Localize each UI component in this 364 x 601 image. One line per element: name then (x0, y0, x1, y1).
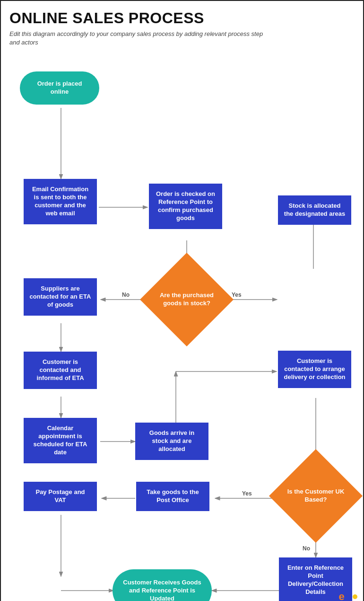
node-customer-delivery: Customer is contacted to arrange deliver… (278, 351, 351, 388)
node-goods-arrive: Goods arrive in stock and are allocated (135, 423, 208, 460)
footer: creately www.creately.com • Online Diagr… (272, 591, 357, 601)
node-order-checked: Order is checked on Reference Point to c… (149, 184, 222, 229)
node-diamond-uk: Is the Customer UK Based? (283, 463, 349, 529)
node-email-confirmation: Email Confirmation is sent to both the c… (24, 179, 97, 224)
node-suppliers-contacted: Suppliers are contacted for an ETA of go… (24, 278, 97, 316)
node-calendar-appointment: Calendar appointment is scheduled for ET… (24, 418, 97, 463)
page-title: ONLINE SALES PROCESS (9, 9, 355, 27)
page-subtitle: Edit this diagram accordingly to your co… (9, 30, 274, 47)
node-customer-informed: Customer is contacted and informed of ET… (24, 352, 97, 389)
no-label-1: No (122, 292, 130, 298)
logo-dot (353, 594, 357, 599)
node-stock-allocated: Stock is allocated the designated areas (278, 195, 351, 225)
creately-logo: creately (316, 591, 352, 601)
node-pay-postage: Pay Postage and VAT (24, 482, 97, 511)
yes-label-2: Yes (242, 490, 252, 497)
node-take-goods: Take goods to the Post Office (136, 482, 209, 511)
node-customer-receives: Customer Receives Goods and Reference Po… (113, 569, 212, 601)
yes-label-1: Yes (232, 292, 242, 298)
no-label-2: No (303, 545, 310, 552)
node-order-placed: Order is placed online (20, 71, 99, 105)
node-diamond-stock: Are the purchased goods in stock? (154, 266, 220, 333)
flowchart: No Yes Yes No (9, 58, 355, 601)
